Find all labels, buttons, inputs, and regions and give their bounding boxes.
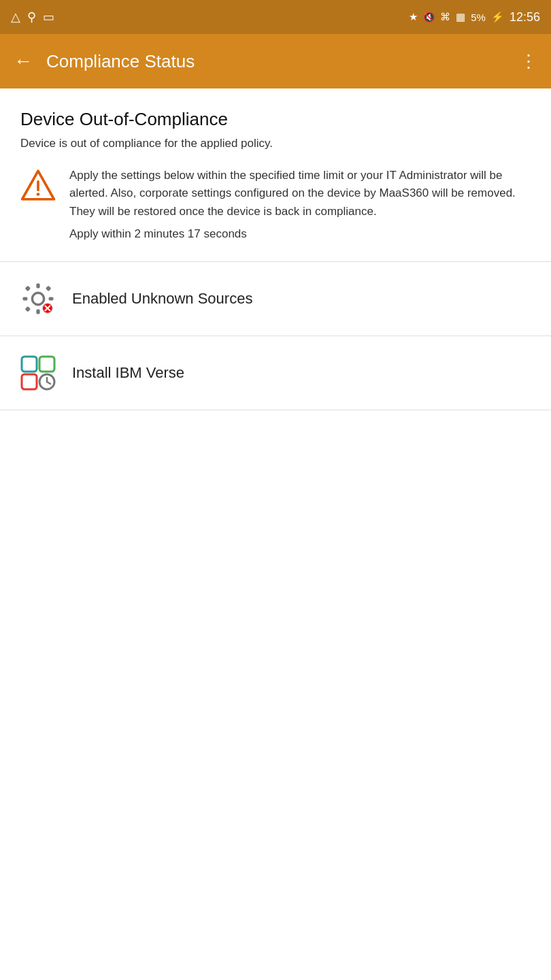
svg-point-3	[32, 293, 44, 304]
svg-rect-17	[39, 357, 54, 372]
clock: 12:56	[510, 10, 540, 24]
svg-rect-9	[46, 286, 52, 292]
signal-icon: ▦	[456, 11, 465, 23]
star-icon: ★	[409, 11, 418, 23]
unknown-sources-label: Enabled Unknown Sources	[72, 290, 252, 308]
svg-point-2	[37, 193, 40, 196]
battery-percent: 5%	[471, 12, 486, 23]
app-bar: ← Compliance Status ⋮	[0, 34, 551, 88]
list-item-ibm-verse[interactable]: Install IBM Verse	[0, 336, 551, 410]
overflow-menu-button[interactable]: ⋮	[520, 51, 537, 72]
ibm-verse-label: Install IBM Verse	[72, 364, 184, 382]
list-item-unknown-sources[interactable]: Enabled Unknown Sources	[0, 262, 551, 336]
svg-rect-6	[22, 297, 27, 300]
svg-rect-4	[36, 283, 39, 288]
svg-rect-5	[36, 310, 39, 314]
battery-icon: ⚡	[491, 11, 504, 23]
mute-icon: 🔇	[423, 12, 435, 22]
divider-bottom	[0, 410, 551, 410]
device-out-of-compliance-title: Device Out-of-Compliance	[20, 109, 531, 130]
app-grid-icon	[20, 355, 56, 391]
main-content: Device Out-of-Compliance Device is out o…	[0, 88, 551, 261]
back-button[interactable]: ←	[14, 50, 33, 72]
notification-icon: △	[11, 10, 20, 24]
compliance-notice: Apply the settings below within the spec…	[20, 167, 531, 241]
status-bar: △ ⚲ ▭ ★ 🔇 ⌘ ▦ 5% ⚡ 12:56	[0, 0, 551, 34]
status-bar-left: △ ⚲ ▭	[11, 10, 54, 24]
warning-icon	[20, 168, 56, 203]
svg-rect-7	[49, 297, 54, 300]
device-subtitle: Device is out of compliance for the appl…	[20, 137, 531, 150]
usb-icon: ⚲	[27, 10, 36, 24]
compliance-text-block: Apply the settings below within the spec…	[69, 167, 531, 241]
svg-line-21	[47, 382, 50, 384]
svg-rect-10	[25, 306, 31, 312]
svg-rect-8	[25, 286, 31, 292]
gear-x-icon	[20, 281, 56, 316]
svg-rect-18	[22, 374, 37, 389]
rx-icon: ▭	[43, 10, 54, 24]
wifi-icon: ⌘	[440, 11, 450, 23]
svg-rect-16	[22, 357, 37, 372]
page-title: Compliance Status	[46, 51, 520, 72]
status-bar-right: ★ 🔇 ⌘ ▦ 5% ⚡ 12:56	[409, 10, 540, 24]
